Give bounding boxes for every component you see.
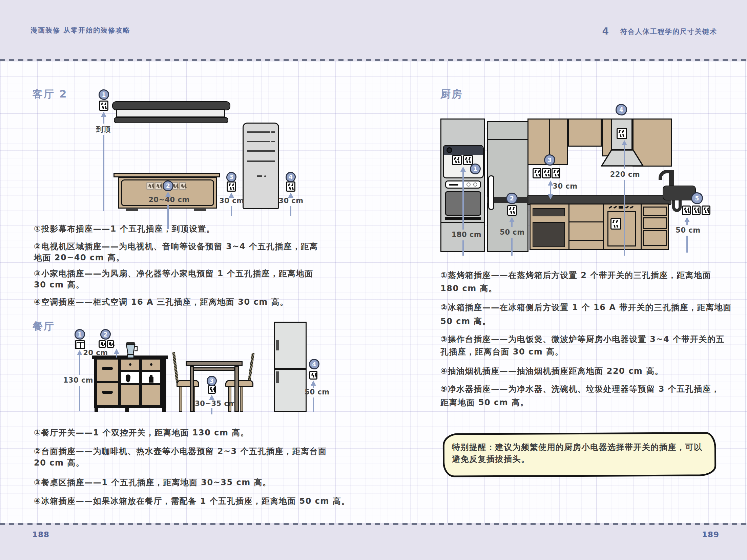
badge-3-icon: 3 [226, 172, 236, 182]
special-note-line: 避免反复插拔插头。 [452, 454, 530, 465]
cabinet-foot [194, 208, 206, 211]
sideboard-door [97, 383, 118, 405]
chair-leg [179, 387, 182, 412]
dimension-line [116, 353, 117, 358]
badge-2-icon: 2 [100, 329, 111, 340]
cabinet-divider [603, 203, 604, 250]
socket-icon [692, 206, 701, 215]
badge-4-icon: 4 [616, 104, 627, 115]
switch-icon [75, 340, 85, 349]
dim-label-fridge: 50 cm [305, 388, 329, 396]
chair-seat [225, 380, 253, 387]
chapter-number: 4 [602, 26, 609, 37]
dimension-line [313, 385, 314, 388]
badge-1-icon: 1 [75, 329, 85, 340]
list-item: ②电视机区域插座——为电视机、音响等设备预留 3~4 个五孔插座，距离 [34, 241, 318, 252]
wall-cabinet [568, 119, 602, 147]
socket-icon [227, 181, 236, 192]
blender [123, 342, 139, 359]
chair-leg [240, 387, 243, 412]
table-leg [190, 366, 194, 412]
list-item: ⑤净水器插座——为净水器、洗碗机、垃圾处理器等预留 3 个五孔插座， [440, 384, 720, 394]
oven-knob-icon [466, 182, 471, 187]
oven-knob-icon [473, 182, 477, 187]
arrow-up-icon [101, 112, 106, 117]
chapter-heading: 4 符合人体工程学的尺寸关键术 [602, 26, 717, 37]
dimension-line [462, 171, 464, 230]
projector-screen-canvas [116, 109, 225, 117]
book-spread: 漫画装修 从零开始的装修攻略 4 符合人体工程学的尺寸关键术 188 189 客… [0, 0, 747, 560]
badge-1-icon: 1 [470, 164, 481, 174]
ac-louver [247, 150, 275, 152]
socket-icon [452, 155, 462, 165]
dim-label-tv: 20~40 cm [148, 196, 190, 204]
arrow-down-icon [548, 194, 553, 199]
table-stretcher [193, 367, 235, 371]
dimension-line [686, 236, 688, 253]
ac-louver [247, 141, 270, 142]
dim-label-table: 30~35 cm [195, 400, 236, 408]
page-number-left: 188 [32, 530, 49, 539]
sideboard-drawer [142, 360, 160, 370]
socket-icon [107, 340, 114, 348]
list-item: ②冰箱插座——在冰箱侧后方设置 1 个 16 A 带开关的三孔插座，距离地面 [440, 302, 732, 313]
dim-label-water-purifier: 50 cm [676, 226, 700, 234]
dimension-line [462, 240, 464, 256]
dim-label-switch: 130 cm [63, 376, 93, 384]
refrigerator [274, 322, 307, 412]
badge-3-icon: 3 [544, 154, 555, 166]
sideboard-shelf [142, 372, 160, 383]
tv-cabinet-top [113, 173, 220, 177]
socket-icon [702, 206, 710, 215]
socket-icon [99, 340, 106, 348]
dimension-line [79, 355, 80, 375]
section-title-dining-room: 餐厅 [33, 320, 55, 333]
bottom-dashed-border [0, 523, 747, 525]
list-item: ①投影幕布插座——1 个五孔插座，到顶设置。 [34, 223, 215, 234]
socket-icon [682, 206, 691, 215]
ac-display-dot [264, 175, 266, 177]
socket-icon [610, 218, 621, 230]
sideboard-leg [125, 408, 129, 412]
fridge-divider [487, 139, 528, 140]
fridge-handle [276, 371, 279, 383]
faucet-pipe [669, 171, 674, 187]
sideboard-leg [162, 408, 166, 412]
sideboard-shelf [121, 372, 139, 383]
range-hood [601, 149, 644, 167]
arrow-up-icon [460, 167, 466, 172]
cabinet-divider [568, 203, 569, 250]
sideboard-drawer [121, 360, 139, 370]
fridge-handle [488, 175, 494, 210]
socket-icon [99, 101, 108, 111]
list-item: ②台面插座——为咖啡机、热水壶等小电器预留 2~3 个五孔插座，距离台面 [34, 446, 327, 457]
air-conditioner [243, 123, 279, 209]
socket-icon [463, 155, 473, 165]
oven-camera-icon [447, 147, 452, 153]
ac-louver [271, 131, 275, 133]
ac-display [257, 175, 262, 177]
fridge-door-split [274, 368, 307, 370]
sideboard-frame [94, 358, 166, 408]
socket-icon [208, 385, 216, 394]
drawer-front [643, 217, 667, 229]
projector-screen-bar [114, 117, 228, 123]
appliance-front [533, 208, 565, 216]
arrow-up-icon [509, 217, 515, 222]
socket-icon [286, 181, 295, 192]
dimension-line [550, 185, 551, 195]
dimension-line [624, 145, 625, 169]
dim-label-kitchen-fridge: 50 cm [500, 228, 524, 236]
badge-2-icon: 2 [506, 193, 518, 204]
dimension-line [231, 206, 232, 216]
list-item: ③餐桌区插座——1 个五孔插座，距离地面 30~35 cm 高。 [34, 477, 271, 488]
socket-icon [179, 182, 186, 190]
badge-3-icon: 3 [207, 376, 217, 386]
badge-4-icon: 4 [309, 359, 319, 369]
socket-icon [154, 182, 162, 190]
list-item: 孔插座，距离台面 30 cm 高。 [440, 346, 563, 357]
dim-label-to-ceiling: 到顶 [96, 125, 111, 134]
arrow-up-icon [684, 217, 690, 222]
list-item: ④空调插座——柜式空调 16 A 三孔插座，距离地面 30 cm 高。 [34, 297, 289, 307]
dim-label-counter: 20 cm [83, 349, 108, 357]
